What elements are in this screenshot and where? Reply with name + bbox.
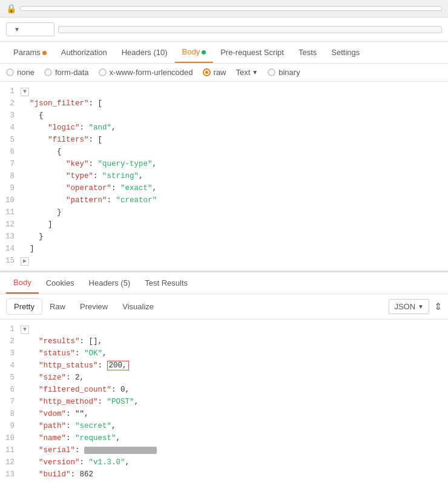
- body-type-label-binary: binary: [278, 68, 300, 77]
- body-type-x-www-form-urlencoded[interactable]: x-www-form-urlencoded: [99, 68, 193, 77]
- response-line-4: 4 "http_status": 200,: [0, 360, 448, 372]
- response-tab-body[interactable]: Body: [6, 272, 39, 294]
- body-type-label-raw: raw: [214, 68, 226, 77]
- line-content: ]: [21, 243, 448, 255]
- line-content: ▶: [21, 481, 448, 483]
- serial-value-blur: [84, 447, 157, 454]
- request-line-5: 5 "filters": [: [0, 134, 448, 146]
- chevron-down-icon: ▼: [252, 69, 258, 76]
- view-tab-preview[interactable]: Preview: [73, 299, 115, 314]
- json-string-value: "POST": [107, 398, 134, 406]
- body-type-row: noneform-datax-www-form-urlencodedrawTex…: [0, 64, 448, 82]
- request-line-14: 14 ]: [0, 243, 448, 255]
- json-string-value: "secret": [75, 422, 111, 430]
- line-number: 13: [0, 468, 21, 481]
- json-key: "filtered_count": [39, 386, 111, 394]
- response-tab-test-results[interactable]: Test Results: [137, 273, 195, 293]
- body-type-none[interactable]: none: [6, 68, 35, 77]
- line-content: {: [21, 110, 448, 122]
- line-content: "size": 2,: [21, 372, 448, 384]
- json-key: "http_method": [39, 398, 98, 406]
- line-number: 10: [0, 194, 21, 206]
- view-tabs-row: PrettyRawPreviewVisualizeJSON ▼⇕: [0, 294, 448, 320]
- line-content: "name": "request",: [21, 432, 448, 444]
- radio-circle-raw: [203, 68, 211, 76]
- tab-settings[interactable]: Settings: [324, 42, 367, 62]
- line-content: "json_filter": [: [21, 97, 448, 110]
- line-number: 3: [0, 347, 21, 360]
- line-content: "path": "secret",: [21, 420, 448, 432]
- view-tab-raw[interactable]: Raw: [42, 299, 73, 314]
- tab-headers--10-[interactable]: Headers (10): [114, 42, 175, 62]
- line-content: "build": 862: [21, 468, 448, 481]
- method-dropdown[interactable]: ▼: [6, 22, 54, 36]
- body-type-raw[interactable]: raw: [203, 68, 226, 77]
- view-tab-visualize[interactable]: Visualize: [115, 299, 161, 314]
- line-content: }: [21, 231, 448, 243]
- line-number: 11: [0, 444, 21, 456]
- radio-circle-none: [6, 68, 14, 76]
- json-string-value: "v1.3.0": [89, 458, 125, 467]
- raw-format-dropdown[interactable]: Text ▼: [236, 68, 259, 77]
- json-key: "path": [39, 422, 66, 430]
- request-line-13: 13 }: [0, 231, 448, 243]
- line-content: "results": [],: [21, 335, 448, 347]
- line-content: "logic": "and",: [21, 122, 448, 134]
- line-number: 1: [0, 85, 21, 97]
- line-number: 2: [0, 335, 21, 347]
- line-content: ▼: [21, 323, 448, 335]
- view-tab-pretty[interactable]: Pretty: [6, 298, 42, 315]
- response-line-14: 14▶: [0, 481, 448, 483]
- line-number: 5: [0, 372, 21, 384]
- fold-icon[interactable]: ▼: [21, 88, 29, 96]
- response-line-3: 3 "status": "OK",: [0, 347, 448, 360]
- lock-icon: 🔒: [6, 4, 16, 13]
- address-url[interactable]: [20, 6, 442, 11]
- line-content: "filters": [: [21, 134, 448, 146]
- line-number: 7: [0, 158, 21, 170]
- line-number: 1: [0, 323, 21, 335]
- response-tab-headers--5-[interactable]: Headers (5): [82, 273, 138, 293]
- line-content: "filtered_count": 0,: [21, 384, 448, 396]
- request-line-10: 10 "pattern": "creator": [0, 194, 448, 206]
- line-number: 6: [0, 146, 21, 158]
- body-type-label-none: none: [17, 68, 35, 77]
- body-type-label-form-data: form-data: [55, 68, 89, 77]
- line-content: "version": "v1.3.0",: [21, 456, 448, 468]
- fold-icon[interactable]: ▼: [21, 326, 29, 334]
- tab-authorization[interactable]: Authorization: [54, 42, 114, 62]
- line-number: 13: [0, 231, 21, 243]
- body-type-binary[interactable]: binary: [268, 68, 300, 77]
- tab-pre-request-script[interactable]: Pre-request Script: [213, 42, 291, 62]
- line-content: "serial":: [21, 444, 448, 456]
- request-code-editor[interactable]: 1▼2 "json_filter": [3 {4 "logic": "and",…: [0, 82, 448, 272]
- json-string-value: "request": [75, 434, 116, 442]
- url-input[interactable]: [58, 26, 442, 33]
- line-number: 4: [0, 122, 21, 134]
- tab-params[interactable]: Params: [6, 42, 54, 62]
- radio-circle-binary: [268, 68, 275, 76]
- json-key: "status": [39, 349, 75, 358]
- line-number: 15: [0, 255, 21, 267]
- line-content: {: [21, 146, 448, 158]
- http-status-key: "http_status": [39, 361, 98, 370]
- line-number: 9: [0, 182, 21, 194]
- request-line-8: 8 "type": "string",: [0, 170, 448, 182]
- response-line-11: 11 "serial":: [0, 444, 448, 456]
- fold-icon[interactable]: ▶: [21, 257, 29, 266]
- response-tab-cookies[interactable]: Cookies: [39, 273, 82, 293]
- line-number: 5: [0, 134, 21, 146]
- json-key: "vdom": [39, 410, 66, 418]
- radio-circle-x-www-form-urlencoded: [99, 68, 107, 76]
- response-line-7: 7 "http_method": "POST",: [0, 396, 448, 408]
- line-content: "http_status": 200,: [21, 360, 448, 372]
- response-format-dropdown[interactable]: JSON ▼: [389, 299, 429, 314]
- line-number: 9: [0, 420, 21, 432]
- tab-tests[interactable]: Tests: [291, 42, 324, 62]
- request-line-15: 15▶: [0, 255, 448, 267]
- filter-icon[interactable]: ⇕: [434, 301, 442, 312]
- body-type-form-data[interactable]: form-data: [44, 68, 89, 77]
- radio-circle-form-data: [44, 68, 52, 76]
- tab-body[interactable]: Body: [175, 42, 214, 63]
- line-number: 8: [0, 408, 21, 420]
